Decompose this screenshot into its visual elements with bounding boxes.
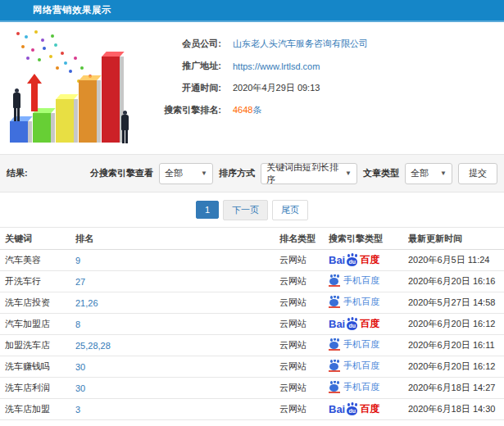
info-row-rank: 搜索引擎排名: 4648条	[146, 99, 504, 121]
rank-type-cell: 云网站	[279, 382, 329, 394]
rank-type-cell: 云网站	[279, 275, 329, 288]
article-type-select[interactable]: 全部 ▼	[405, 163, 452, 184]
rank-link[interactable]: 30	[75, 383, 85, 393]
rank-link[interactable]: 9	[75, 256, 80, 265]
orange-bar-icon	[79, 80, 97, 143]
next-page-button[interactable]: 下一页	[223, 200, 268, 220]
green-bar-icon	[33, 113, 51, 143]
sort-label: 排序方式	[219, 167, 255, 179]
company-label: 会员公司:	[146, 38, 221, 50]
promo-url-link[interactable]: https://www.lrtlsd.com	[233, 61, 320, 71]
table-row: 洗车店利润 30 云网站 Baidu百度 手机百度 2020年6月18日 14:…	[0, 378, 504, 399]
rank-type-cell: 云网站	[279, 297, 329, 309]
col-header-keyword: 关键词	[0, 233, 75, 245]
updated-cell: 2020年5月27日 14:58	[408, 297, 504, 309]
page-title: 网络营销效果展示	[33, 4, 111, 16]
info-row-company: 会员公司: 山东老人头汽车服务咨询有限公司	[146, 33, 504, 55]
keyword-cell: 加盟洗车店	[0, 339, 75, 351]
mobile-baidu-logo: 手机百度	[329, 381, 379, 393]
col-header-rank-type: 排名类型	[279, 233, 329, 245]
engine-filter-label: 分搜索引擎查看	[90, 167, 153, 179]
chevron-down-icon: ▼	[338, 170, 352, 177]
result-label: 结果:	[7, 167, 28, 179]
open-time-label: 开通时间:	[146, 82, 221, 94]
rank-type-cell: 云网站	[279, 254, 329, 266]
rank-type-cell: 云网站	[279, 318, 329, 330]
company-name-link[interactable]: 山东老人头汽车服务咨询有限公司	[233, 39, 368, 48]
table-row: 汽车美容 9 云网站 Baidu百度 手机百度 2020年6月5日 11:24	[0, 250, 504, 271]
baidu-paw-icon: du	[346, 403, 359, 415]
mobile-baidu-logo: 手机百度	[329, 274, 379, 287]
mobile-baidu-paw-icon	[329, 338, 340, 351]
businessman-right-icon	[120, 111, 129, 143]
up-arrow-icon	[27, 74, 42, 111]
updated-cell: 2020年6月20日 16:16	[408, 275, 504, 288]
table-row: 洗车店加盟 3 云网站 Baidu百度 手机百度 2020年6月18日 14:3…	[0, 399, 504, 420]
col-header-engine-type: 搜索引擎类型	[329, 233, 408, 245]
table-row: 汽车加盟店 8 云网站 Baidu百度 手机百度 2020年6月20日 16:1…	[0, 314, 504, 335]
rank-count-unit: 条	[252, 105, 261, 115]
article-type-label: 文章类型	[363, 167, 399, 179]
info-section: 会员公司: 山东老人头汽车服务咨询有限公司 推广地址: https://www.…	[0, 22, 504, 154]
sort-value: 关键词由短到长排序	[266, 161, 338, 186]
submit-button[interactable]: 提交	[458, 163, 497, 184]
rank-link[interactable]: 27	[75, 277, 85, 287]
baidu-logo: Baidu百度	[329, 402, 379, 416]
keyword-cell: 开洗车行	[0, 275, 75, 288]
rank-link[interactable]: 8	[75, 320, 80, 329]
rank-link[interactable]: 25,28,28	[75, 341, 111, 351]
mobile-baidu-paw-icon	[329, 360, 340, 372]
mobile-baidu-paw-icon	[329, 274, 340, 287]
rank-link[interactable]: 21,26	[75, 298, 98, 308]
engine-rank-label: 搜索引擎排名:	[146, 104, 221, 116]
chevron-down-icon: ▼	[434, 170, 447, 177]
table-row: 开洗车行 27 云网站 Baidu百度 手机百度 2020年6月20日 16:1…	[0, 271, 504, 292]
keyword-cell: 洗车店加盟	[0, 403, 75, 415]
confetti-dots-icon	[16, 32, 20, 35]
baidu-logo: Baidu百度	[329, 317, 379, 331]
updated-cell: 2020年6月20日 16:11	[408, 339, 504, 351]
updated-cell: 2020年6月18日 14:30	[408, 403, 504, 415]
blue-bar-icon	[10, 121, 28, 143]
keyword-cell: 汽车美容	[0, 254, 75, 266]
page-header: 网络营销效果展示	[0, 0, 504, 22]
table-row: 加盟洗车店 25,28,28 云网站 Baidu百度 手机百度 2020年6月2…	[0, 335, 504, 356]
sort-select[interactable]: 关键词由短到长排序 ▼	[261, 163, 357, 184]
rank-type-cell: 云网站	[279, 339, 329, 351]
info-row-url: 推广地址: https://www.lrtlsd.com	[146, 55, 504, 77]
baidu-paw-icon: du	[346, 254, 359, 266]
mobile-baidu-logo: 手机百度	[329, 296, 379, 308]
yellow-bar-icon	[56, 99, 74, 143]
mobile-baidu-logo: 手机百度	[329, 360, 379, 372]
baidu-logo: Baidu百度	[329, 253, 379, 267]
rank-link[interactable]: 30	[75, 362, 85, 372]
red-bar-icon	[102, 57, 120, 143]
businessman-left-icon	[11, 88, 21, 121]
baidu-paw-icon: du	[346, 318, 359, 330]
table-row: 洗车赚钱吗 30 云网站 Baidu百度 手机百度 2020年6月20日 16:…	[0, 356, 504, 378]
keyword-cell: 洗车赚钱吗	[0, 360, 75, 373]
updated-cell: 2020年6月18日 14:27	[408, 382, 504, 394]
table-header-row: 关键词 排名 排名类型 搜索引擎类型 最新更新时间	[0, 228, 504, 250]
chevron-down-icon: ▼	[194, 170, 207, 177]
open-time-value: 2020年4月29日 09:13	[233, 82, 320, 94]
updated-cell: 2020年6月20日 16:12	[408, 360, 504, 373]
rank-type-cell: 云网站	[279, 403, 329, 415]
results-table: 关键词 排名 排名类型 搜索引擎类型 最新更新时间 汽车美容 9 云网站 Bai…	[0, 227, 504, 420]
col-header-updated: 最新更新时间	[408, 233, 504, 245]
last-page-button[interactable]: 尾页	[272, 200, 308, 220]
mobile-baidu-paw-icon	[329, 296, 340, 308]
mobile-baidu-logo: 手机百度	[329, 338, 379, 351]
engine-filter-value: 全部	[165, 167, 183, 179]
page-1-button[interactable]: 1	[196, 201, 219, 219]
col-header-rank: 排名	[75, 233, 279, 245]
filter-bar: 结果: 分搜索引擎查看 全部 ▼ 排序方式 关键词由短到长排序 ▼ 文章类型 全…	[0, 154, 504, 193]
rank-count-value: 4648	[233, 105, 252, 115]
keyword-cell: 汽车加盟店	[0, 318, 75, 330]
rank-link[interactable]: 3	[75, 405, 80, 415]
keyword-cell: 洗车店投资	[0, 297, 75, 309]
bar-chart-illustration	[0, 22, 146, 154]
rank-type-cell: 云网站	[279, 360, 329, 373]
engine-filter-select[interactable]: 全部 ▼	[159, 163, 213, 184]
company-info-panel: 会员公司: 山东老人头汽车服务咨询有限公司 推广地址: https://www.…	[146, 22, 504, 154]
